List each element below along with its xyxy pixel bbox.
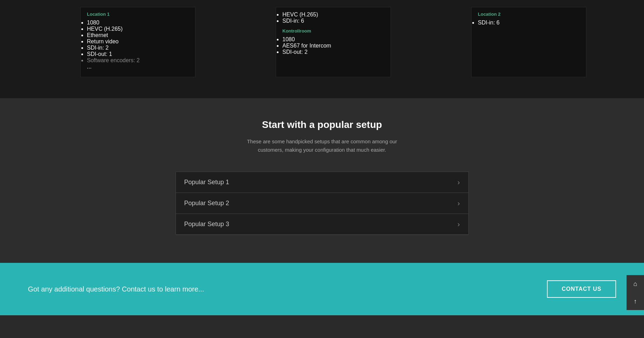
footer-section: Got any additional questions? Contact us… bbox=[0, 263, 644, 315]
list-item: 1080 bbox=[282, 36, 384, 43]
card2-list-top: HEVC (H.265) SDI-in: 6 bbox=[282, 12, 384, 24]
section-title: Start with a popular setup bbox=[7, 119, 637, 130]
list-item: HEVC (H.265) bbox=[282, 12, 384, 18]
section-description: These are some handpicked setups that ar… bbox=[235, 137, 409, 154]
setup-item-3[interactable]: Popular Setup 3 › bbox=[176, 214, 469, 235]
card1-list: 1080 HEVC (H.265) Ethernet Return video … bbox=[87, 20, 189, 64]
chevron-right-icon-1: › bbox=[458, 178, 460, 186]
list-item: Return video bbox=[87, 38, 189, 45]
setup-list: Popular Setup 1 › Popular Setup 2 › Popu… bbox=[176, 172, 469, 235]
middle-section: Start with a popular setup These are som… bbox=[0, 98, 644, 263]
floating-buttons: ⌂ ↑ bbox=[627, 275, 644, 310]
home-icon: ⌂ bbox=[634, 280, 637, 288]
setup-item-2[interactable]: Popular Setup 2 › bbox=[176, 193, 469, 214]
card3-location-title: Location 2 bbox=[478, 12, 580, 17]
setup3-label: Popular Setup 3 bbox=[184, 221, 229, 228]
list-item: 1080 bbox=[87, 20, 189, 26]
card3-list: SDI-in: 6 bbox=[478, 20, 580, 26]
list-item: SDI-out: 2 bbox=[282, 49, 384, 55]
up-arrow-icon: ↑ bbox=[634, 298, 637, 305]
list-item: Ethernet bbox=[87, 32, 189, 38]
setup-item-1[interactable]: Popular Setup 1 › bbox=[176, 172, 469, 193]
scroll-up-button[interactable]: ↑ bbox=[627, 293, 644, 310]
card1-ellipsis: ... bbox=[87, 64, 189, 70]
chevron-right-icon-2: › bbox=[458, 199, 460, 207]
list-item: AES67 for Intercom bbox=[282, 43, 384, 49]
list-item: SDI-in: 6 bbox=[478, 20, 580, 26]
cards-container: Location 1 1080 HEVC (H.265) Ethernet Re… bbox=[0, 0, 644, 84]
card-location2: Location 2 SDI-in: 6 bbox=[471, 7, 586, 77]
footer-text: Got any additional questions? Contact us… bbox=[28, 285, 204, 293]
list-item: Software encoders: 2 bbox=[87, 57, 189, 64]
setup2-label: Popular Setup 2 bbox=[184, 200, 229, 207]
card2: HEVC (H.265) SDI-in: 6 Kontrollroom 1080… bbox=[276, 7, 391, 77]
card2-sublocation-title: Kontrollroom bbox=[282, 28, 384, 34]
home-button[interactable]: ⌂ bbox=[627, 275, 644, 293]
setup1-label: Popular Setup 1 bbox=[184, 179, 229, 186]
list-item: SDI-in: 2 bbox=[87, 45, 189, 51]
card2-list-bottom: 1080 AES67 for Intercom SDI-out: 2 bbox=[282, 36, 384, 55]
top-section: Location 1 1080 HEVC (H.265) Ethernet Re… bbox=[0, 0, 644, 98]
card1-location-title: Location 1 bbox=[87, 12, 189, 17]
contact-us-button[interactable]: CONTACT US bbox=[547, 280, 616, 298]
list-item: SDI-out: 1 bbox=[87, 51, 189, 57]
list-item: HEVC (H.265) bbox=[87, 26, 189, 32]
chevron-right-icon-3: › bbox=[458, 220, 460, 228]
list-item: SDI-in: 6 bbox=[282, 18, 384, 24]
card-location1: Location 1 1080 HEVC (H.265) Ethernet Re… bbox=[80, 7, 195, 77]
